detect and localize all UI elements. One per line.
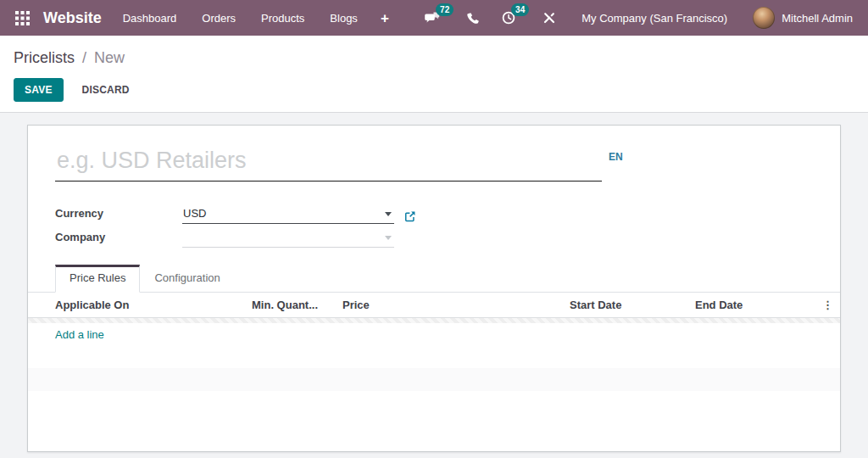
app-brand[interactable]: Website — [40, 0, 110, 36]
phone-icon — [467, 12, 480, 25]
form-view-container: EN Currency USD — [0, 113, 868, 458]
control-panel: Pricelists / New SAVE DISCARD — [0, 36, 868, 113]
optional-columns-icon[interactable]: ⋮ — [822, 299, 833, 311]
website-editor-tools-button[interactable] — [531, 0, 568, 36]
empty-row — [28, 345, 840, 368]
plus-icon: + — [381, 11, 389, 25]
user-name: Mitchell Admin — [782, 12, 860, 25]
nav-item-products[interactable]: Products — [248, 0, 317, 36]
nav-item-orders[interactable]: Orders — [189, 0, 248, 36]
company-select[interactable] — [182, 243, 394, 248]
price-rules-table-header: Applicable On Min. Quant... Price Start … — [28, 293, 840, 318]
activities-button[interactable]: 34 — [492, 0, 531, 36]
column-header-applicable-on[interactable]: Applicable On — [28, 299, 240, 311]
pricelist-form-sheet: EN Currency USD — [27, 125, 841, 452]
company-switcher[interactable]: My Company (San Francisco) — [568, 0, 741, 36]
breadcrumb-separator: / — [79, 49, 90, 66]
add-a-line-link[interactable]: Add a line — [55, 328, 104, 341]
top-navbar: Website Dashboard Orders Products Blogs … — [0, 0, 868, 36]
empty-row — [28, 368, 840, 391]
company-label: Company — [55, 231, 182, 248]
table-empty-area — [28, 391, 840, 452]
messages-button[interactable]: 72 — [415, 0, 455, 36]
breadcrumb-current: New — [94, 49, 125, 66]
discard-button[interactable]: DISCARD — [70, 79, 142, 101]
apps-grid-icon — [15, 11, 30, 25]
translation-lang-button[interactable]: EN — [609, 151, 623, 163]
chevron-down-icon[interactable] — [385, 236, 392, 240]
action-buttons: SAVE DISCARD — [14, 78, 868, 102]
user-menu[interactable]: Mitchell Admin — [741, 0, 860, 36]
breadcrumb: Pricelists / New — [14, 47, 868, 68]
apps-menu-button[interactable] — [5, 0, 40, 36]
column-header-price[interactable]: Price — [342, 299, 570, 311]
nav-item-blogs[interactable]: Blogs — [317, 0, 370, 36]
currency-value: USD — [183, 207, 206, 220]
tab-price-rules[interactable]: Price Rules — [55, 265, 140, 293]
currency-external-link-icon[interactable] — [404, 210, 416, 224]
currency-label: Currency — [55, 207, 182, 224]
nav-item-dashboard[interactable]: Dashboard — [110, 0, 190, 36]
title-row: EN — [28, 126, 840, 182]
voip-phone-button[interactable] — [455, 0, 492, 36]
field-group: Currency USD Company — [28, 200, 840, 248]
chevron-down-icon[interactable] — [385, 212, 392, 216]
tools-icon — [542, 11, 556, 25]
currency-field-row: Currency USD — [55, 200, 840, 224]
user-avatar — [753, 7, 775, 29]
pricelist-name-input[interactable] — [55, 144, 602, 182]
table-row: Add a line — [28, 323, 840, 345]
currency-select[interactable]: USD — [182, 207, 394, 224]
messages-badge: 72 — [436, 3, 453, 16]
new-content-button[interactable]: + — [370, 0, 399, 36]
column-header-start-date[interactable]: Start Date — [570, 299, 695, 311]
tab-configuration[interactable]: Configuration — [140, 265, 234, 292]
column-header-end-date[interactable]: End Date — [695, 299, 821, 311]
column-header-min-quantity[interactable]: Min. Quant... — [240, 299, 342, 311]
activities-badge: 34 — [511, 3, 529, 16]
company-field-row: Company — [55, 224, 840, 248]
breadcrumb-pricelists-link[interactable]: Pricelists — [14, 49, 75, 66]
systray: 72 34 — [415, 0, 860, 36]
notebook-tabs: Price Rules Configuration — [28, 265, 840, 293]
save-button[interactable]: SAVE — [14, 78, 64, 102]
browser-viewport: Website Dashboard Orders Products Blogs … — [0, 0, 868, 458]
